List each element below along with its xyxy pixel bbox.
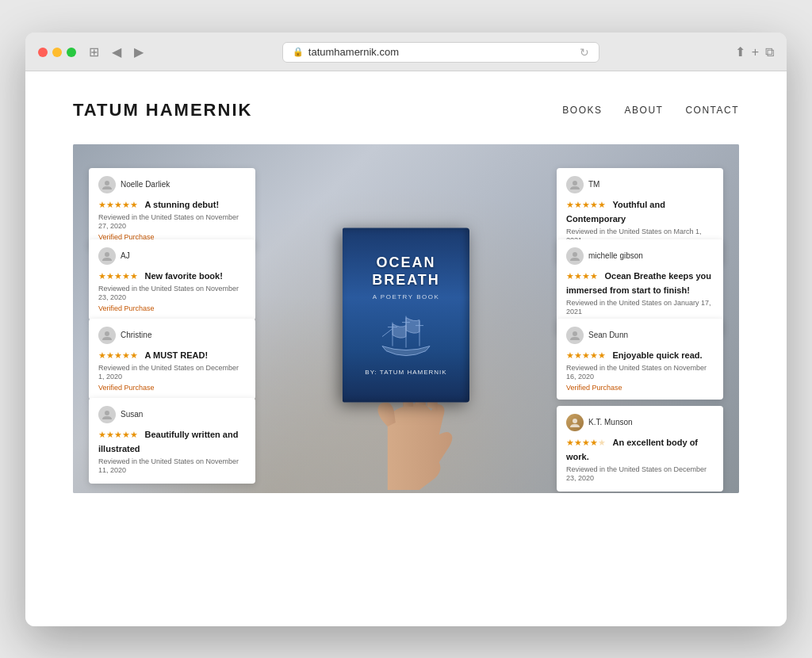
review-title-2: New favorite book! <box>144 271 222 281</box>
share-button[interactable]: ⬆ <box>735 44 745 59</box>
address-bar[interactable]: 🔒 tatumhamernik.com ↻ <box>282 42 599 63</box>
maximize-button[interactable] <box>67 48 76 57</box>
site-nav: BOOKS ABOUT CONTACT <box>562 105 739 116</box>
reviewer-name-1: Noelle Darliek <box>121 180 170 189</box>
review-meta-8: Reviewed in the United States on Decembe… <box>566 465 714 484</box>
svg-point-14 <box>573 419 577 423</box>
review-card-2: AJ ★★★★★ New favorite book! Reviewed in … <box>89 239 255 320</box>
review-meta-3: Reviewed in the United States on Decembe… <box>98 364 246 382</box>
verified-3: Verified Purchase <box>98 384 246 392</box>
reviewer-name-3: Christine <box>121 331 151 339</box>
lock-icon: 🔒 <box>293 47 304 57</box>
nav-contact[interactable]: CONTACT <box>685 105 739 116</box>
review-stars-row-5: ★★★★★ Youthful and Contemporary <box>566 197 714 225</box>
reload-icon[interactable]: ↻ <box>580 46 589 59</box>
review-title-7: Enjoyable quick read. <box>612 350 702 360</box>
stars-7: ★★★★★ <box>566 350 606 360</box>
svg-line-3 <box>382 329 393 337</box>
review-meta-2: Reviewed in the United States on Novembe… <box>98 285 246 303</box>
reviewer-name-2: AJ <box>121 251 130 260</box>
website-content: TATUM HAMERNIK BOOKS ABOUT CONTACT OCEAN… <box>25 71 787 626</box>
browser-window: ⊞ ◀ ▶ 🔒 tatumhamernik.com ↻ ⬆ + ⧉ TATUM … <box>25 33 787 626</box>
reviewer-info-6: michelle gibson <box>566 247 714 265</box>
reviewer-info-1: Noelle Darliek <box>98 176 246 193</box>
reviewer-name-8: K.T. Munson <box>588 418 633 427</box>
reviewer-info-4: Susan <box>98 406 246 423</box>
reviewer-avatar-4 <box>98 406 116 423</box>
verified-2: Verified Purchase <box>98 304 246 312</box>
review-stars-row-8: ★★★★★ An excellent body of work. <box>566 434 714 463</box>
svg-point-10 <box>105 411 109 415</box>
svg-point-7 <box>105 181 109 186</box>
svg-point-8 <box>105 252 109 257</box>
reviewer-info-7: Sean Dunn <box>566 327 714 344</box>
review-stars-row-7: ★★★★★ Enjoyable quick read. <box>566 347 714 362</box>
back-button[interactable]: ◀ <box>109 43 124 61</box>
review-stars-row-6: ★★★★ Ocean Breathe keeps you immersed fr… <box>566 268 714 296</box>
close-button[interactable] <box>38 48 48 57</box>
nav-books[interactable]: BOOKS <box>562 105 602 116</box>
url-text: tatumhamernik.com <box>308 46 399 58</box>
site-header: TATUM HAMERNIK BOOKS ABOUT CONTACT <box>25 71 787 144</box>
review-card-4: Susan ★★★★★ Beautifully written and illu… <box>89 398 255 484</box>
stars-5: ★★★★★ <box>566 200 606 209</box>
svg-point-12 <box>573 252 577 257</box>
review-card-1: Noelle Darliek ★★★★★ A stunning debut! R… <box>89 168 255 249</box>
review-card-7: Sean Dunn ★★★★★ Enjoyable quick read. Re… <box>557 319 723 400</box>
hero-background: OCEAN BREATH A POETRY BOOK <box>73 144 739 493</box>
review-card-3: Christine ★★★★★ A MUST READ! Reviewed in… <box>89 319 255 400</box>
review-stars-row-3: ★★★★★ A MUST READ! <box>98 347 246 362</box>
reviewer-info-2: AJ <box>98 247 246 265</box>
tabs-button[interactable]: ⧉ <box>765 44 774 59</box>
nav-about[interactable]: ABOUT <box>625 105 664 116</box>
review-meta-1: Reviewed in the United States on Novembe… <box>98 213 246 231</box>
stars-3: ★★★★★ <box>98 350 138 360</box>
review-stars-row-2: ★★★★★ New favorite book! <box>98 268 246 282</box>
reviewer-avatar-8 <box>566 414 584 431</box>
review-meta-7: Reviewed in the United States on Novembe… <box>566 364 714 382</box>
new-tab-button[interactable]: + <box>752 44 759 59</box>
review-meta-6: Reviewed in the United States on January… <box>566 299 714 317</box>
reviewer-info-5: TM <box>566 176 714 193</box>
browser-actions: ⬆ + ⧉ <box>735 44 774 59</box>
reviewer-avatar-2 <box>98 247 116 265</box>
site-logo: TATUM HAMERNIK <box>73 100 252 121</box>
stars-6: ★★★★ <box>566 271 598 281</box>
review-card-8: K.T. Munson ★★★★★ An excellent body of w… <box>557 406 723 492</box>
stars-1: ★★★★★ <box>98 200 138 209</box>
book-cover: OCEAN BREATH A POETRY BOOK <box>343 228 469 402</box>
reviewer-avatar-7 <box>566 327 584 344</box>
verified-7: Verified Purchase <box>566 384 714 392</box>
reviewer-info-8: K.T. Munson <box>566 414 714 431</box>
reviewer-avatar-6 <box>566 247 584 265</box>
traffic-lights <box>38 48 76 57</box>
browser-chrome: ⊞ ◀ ▶ 🔒 tatumhamernik.com ↻ ⬆ + ⧉ <box>25 33 787 71</box>
ship-illustration <box>370 307 442 362</box>
reviewer-name-5: TM <box>588 180 599 189</box>
svg-point-13 <box>573 331 577 336</box>
review-title-3: A MUST READ! <box>144 350 208 360</box>
reviewer-avatar-1 <box>98 176 116 193</box>
svg-point-9 <box>105 331 109 336</box>
stars-4: ★★★★★ <box>98 430 138 439</box>
reviewer-info-3: Christine <box>98 327 246 344</box>
review-meta-4: Reviewed in the United States on Novembe… <box>98 457 246 476</box>
minimize-button[interactable] <box>52 48 62 57</box>
reviewer-avatar-5 <box>566 176 584 193</box>
book-subtitle: A POETRY BOOK <box>373 293 440 300</box>
browser-controls: ⊞ ◀ ▶ <box>86 43 147 61</box>
stars-2: ★★★★★ <box>98 271 138 281</box>
review-stars-row-4: ★★★★★ Beautifully written and illustrate… <box>98 427 246 455</box>
book-title: OCEAN BREATH <box>350 254 462 289</box>
review-title-1: A stunning debut! <box>144 200 219 209</box>
book-author: BY: TATUM HAMERNIK <box>365 369 446 376</box>
hero-section: OCEAN BREATH A POETRY BOOK <box>73 144 739 493</box>
stars-8: ★★★★ <box>566 438 598 447</box>
svg-point-11 <box>573 181 577 186</box>
star-empty-8: ★ <box>598 438 606 447</box>
forward-button[interactable]: ▶ <box>131 43 147 61</box>
reviewer-name-6: michelle gibson <box>588 251 643 260</box>
sidebar-toggle-button[interactable]: ⊞ <box>86 43 102 61</box>
review-stars-row-1: ★★★★★ A stunning debut! <box>98 197 246 211</box>
reviewer-name-7: Sean Dunn <box>588 331 628 339</box>
